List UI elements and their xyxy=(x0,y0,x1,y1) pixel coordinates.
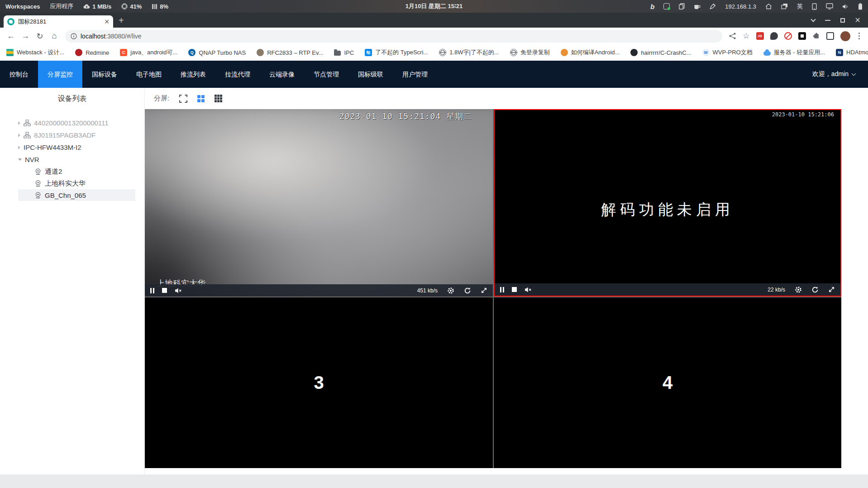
memory-indicator[interactable]: 8% xyxy=(152,3,168,10)
bookmark-label: 如何编译Android... xyxy=(571,48,620,57)
camera-icon xyxy=(34,191,42,199)
nav-item-cloud-record[interactable]: 云端录像 xyxy=(260,61,304,88)
settings-gear-icon[interactable] xyxy=(795,286,802,293)
coffee-icon[interactable] xyxy=(694,4,701,10)
bookmark-label: RFC2833 – RTP Ev... xyxy=(267,49,323,56)
bookmark[interactable]: Redmine xyxy=(75,49,109,56)
display-icon[interactable] xyxy=(826,3,833,10)
refresh-icon[interactable] xyxy=(811,286,819,293)
nav-item-user-manage[interactable]: 用户管理 xyxy=(393,61,437,88)
network-speed-indicator[interactable]: 1 MB/s xyxy=(83,3,111,10)
bookmark[interactable]: 服务器 - 轻量应用... xyxy=(763,48,825,57)
tab-search-icon[interactable] xyxy=(811,17,816,22)
caret-right-icon[interactable] xyxy=(18,146,20,149)
nav-item-gb-cascade[interactable]: 国标级联 xyxy=(348,61,393,88)
ip-address[interactable]: 192.168.1.3 xyxy=(725,3,756,10)
grid-2x2-layout-icon[interactable] xyxy=(197,95,205,102)
video-cell-1[interactable]: 2023-01-10 15:21:04 星期二 上地科实大华 451 kb/s xyxy=(145,109,493,297)
close-window-icon[interactable]: ✕ xyxy=(855,17,861,24)
mute-icon[interactable] xyxy=(525,287,532,293)
screenshot-app-icon[interactable] xyxy=(663,3,670,10)
bookmark[interactable]: QQNAP Turbo NAS xyxy=(188,49,246,56)
forward-button[interactable]: → xyxy=(19,30,32,43)
caret-down-icon[interactable] xyxy=(18,158,22,161)
nav-item-console[interactable]: 控制台 xyxy=(0,61,38,88)
workspaces-menu[interactable]: Workspaces xyxy=(5,3,40,10)
stop-icon[interactable] xyxy=(512,287,517,292)
tab-close-icon[interactable]: ✕ xyxy=(104,19,110,25)
decode-disabled-message: 解码功能未启用 xyxy=(495,200,840,220)
bookmark[interactable]: Webstack - 设计... xyxy=(6,48,64,57)
bookmark[interactable]: WWVP-PRO文档 xyxy=(702,48,753,57)
mute-icon[interactable] xyxy=(175,287,182,294)
profile-avatar[interactable] xyxy=(840,31,850,41)
bookmark[interactable]: Cjava、android可... xyxy=(120,48,177,57)
grid-3x3-layout-icon[interactable] xyxy=(215,95,222,102)
new-tab-button[interactable]: + xyxy=(119,15,124,26)
settings-gear-icon[interactable] xyxy=(447,287,454,294)
bookmark[interactable]: 知了不起的 TypeScri... xyxy=(365,48,428,57)
bookmark[interactable]: 如何编译Android... xyxy=(561,48,620,57)
fullscreen-layout-icon[interactable] xyxy=(179,95,187,103)
phone-icon[interactable] xyxy=(812,3,817,10)
back-button[interactable]: ← xyxy=(5,30,17,43)
browser-menu-icon[interactable] xyxy=(857,33,862,40)
bookmark-folder[interactable]: IPC xyxy=(334,49,354,56)
site-info-icon[interactable] xyxy=(71,33,77,39)
clipboard-icon[interactable] xyxy=(679,3,685,10)
nav-item-pull-proxy[interactable]: 拉流代理 xyxy=(215,61,260,88)
tree-node-device[interactable]: IPC-HFW4433M-I2 xyxy=(18,141,135,153)
input-language-indicator[interactable]: 英 xyxy=(797,2,803,10)
nav-item-gb-devices[interactable]: 国标设备 xyxy=(82,61,127,88)
nav-item-node-manage[interactable]: 节点管理 xyxy=(304,61,348,88)
color-picker-icon[interactable] xyxy=(710,3,716,10)
video-cell-2[interactable]: 2023-01-10 15:21:06 解码功能未启用 22 kb/s xyxy=(494,109,841,297)
fullscreen-icon[interactable] xyxy=(481,287,487,294)
home-button[interactable]: ⌂ xyxy=(48,30,61,43)
refresh-icon[interactable] xyxy=(464,287,471,294)
video-cell-3[interactable]: 3 xyxy=(145,297,493,468)
tree-node-device-expanded[interactable]: NVR xyxy=(18,153,135,166)
extension-js-icon[interactable]: JS xyxy=(756,32,764,40)
tree-node-device[interactable]: 44020000013200000111 xyxy=(18,117,135,129)
cpu-indicator[interactable]: 41% xyxy=(121,3,142,10)
stop-icon[interactable] xyxy=(162,288,167,293)
nav-item-push-list[interactable]: 推流列表 xyxy=(171,61,215,88)
home-icon[interactable] xyxy=(765,3,772,10)
fullscreen-icon[interactable] xyxy=(828,286,835,293)
tree-node-device[interactable]: 8J01915PAGB3ADF xyxy=(18,129,135,141)
extension-adblock-icon[interactable] xyxy=(784,32,792,40)
extension-square-icon[interactable] xyxy=(826,32,834,40)
share-icon[interactable] xyxy=(729,32,736,40)
video-cell-4[interactable]: 4 xyxy=(494,297,841,468)
battery-icon[interactable] xyxy=(858,3,863,10)
caret-right-icon[interactable] xyxy=(18,134,20,137)
bookmark-star-icon[interactable]: ☆ xyxy=(743,31,749,41)
tree-node-channel[interactable]: 上地科实大华 xyxy=(18,177,135,189)
extension-frame-icon[interactable] xyxy=(798,32,806,40)
tree-node-channel[interactable]: 通道2 xyxy=(18,166,135,177)
bookmark[interactable]: 免登录复制 xyxy=(510,48,550,57)
restore-icon[interactable] xyxy=(840,18,845,23)
tree-node-channel-selected[interactable]: GB_Chn_065 xyxy=(18,189,135,201)
bookmark[interactable]: RFC2833 – RTP Ev... xyxy=(257,49,323,56)
browser-tab[interactable]: 国标28181 ✕ xyxy=(4,15,113,28)
bookmark[interactable]: hairrrrr/C-CrashC... xyxy=(630,49,691,56)
workspace-switcher-icon[interactable] xyxy=(781,3,788,10)
volume-icon[interactable] xyxy=(842,4,849,10)
extensions-puzzle-icon[interactable] xyxy=(812,32,820,40)
nav-item-map[interactable]: 电子地图 xyxy=(127,61,171,88)
bookmark[interactable]: 1.8W字|了不起的... xyxy=(439,48,499,57)
address-bar[interactable]: localhost:38080/#/live xyxy=(65,30,722,43)
minimize-icon[interactable] xyxy=(825,20,830,21)
bing-icon[interactable]: b xyxy=(650,3,654,10)
user-menu[interactable]: 欢迎，admin xyxy=(812,70,868,78)
extension-dark-icon[interactable] xyxy=(770,32,778,40)
reload-button[interactable]: ↻ xyxy=(33,30,46,43)
applications-menu[interactable]: 应用程序 xyxy=(50,2,73,10)
pause-icon[interactable] xyxy=(150,288,154,293)
pause-icon[interactable] xyxy=(500,287,504,292)
nav-item-split-monitor[interactable]: 分屏监控 xyxy=(38,61,82,88)
caret-right-icon[interactable] xyxy=(18,121,20,125)
bookmark[interactable]: NHDAtmos :: 种子 *... xyxy=(836,48,868,57)
